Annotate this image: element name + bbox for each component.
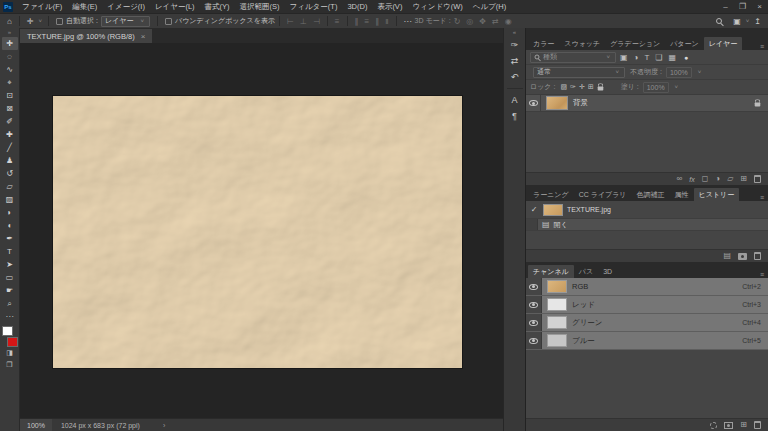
history-snapshot-row[interactable]: ✓ TEXTURE.jpg [526,201,768,218]
filter-type-layers-icon[interactable]: T [642,53,651,62]
blend-mode-dropdown[interactable]: 通常 ˅ [533,67,625,78]
spot-healing-brush-tool[interactable]: ✚ [2,128,18,141]
align-right-icon[interactable]: ⊣ [310,17,323,26]
search-icon[interactable] [716,18,722,24]
tab-gradients[interactable]: グラデーション [605,37,665,50]
auto-select-checkbox[interactable] [56,18,63,25]
new-document-from-state-icon[interactable]: ▤ [723,252,731,260]
menu-image[interactable]: イメージ(I) [102,2,150,12]
distribute-horizontal-icon[interactable]: ‖ [382,17,391,26]
object-selection-tool[interactable]: ⌖ [2,76,18,89]
status-options-chevron-icon[interactable]: › [149,422,165,429]
menu-3d[interactable]: 3D(D) [342,2,372,11]
chevron-down-icon[interactable]: ˅ [673,84,681,90]
brush-tool[interactable]: ╱ [2,141,18,154]
path-selection-tool[interactable]: ➤ [2,258,18,271]
distribute-bottom-icon[interactable]: ∥ [372,17,382,26]
history-brush-source-icon[interactable]: ✓ [529,205,539,214]
marquee-tool[interactable]: ◌ [2,50,18,63]
align-edges-icon[interactable]: ≡ [332,17,343,26]
rectangle-tool[interactable]: ▭ [2,271,18,284]
tab-learning[interactable]: ラーニング [528,188,574,201]
tab-paths[interactable]: パス [574,265,598,278]
type-tool[interactable]: T [2,245,18,258]
background-color-swatch[interactable] [7,337,18,347]
history-brush-well[interactable] [526,219,538,230]
tab-color[interactable]: カラー [528,37,559,50]
lock-all-icon[interactable] [597,87,603,91]
filter-smart-objects-icon[interactable]: ▦ [666,53,678,62]
channel-visibility-cell[interactable] [526,278,542,295]
lock-transparency-icon[interactable]: ▨ [560,83,567,91]
dodge-tool[interactable]: ◖ [2,219,18,232]
lock-artboard-icon[interactable]: ⊞ [588,83,594,91]
align-left-icon[interactable]: ⊢ [284,17,297,26]
filter-toggle-icon[interactable]: ● [684,54,688,61]
panel-menu-icon[interactable]: ≡ [760,194,764,201]
chevron-down-icon[interactable]: ˅ [744,18,752,24]
layer-row-background[interactable]: 背景 [526,95,768,112]
foreground-color-swatch[interactable] [2,326,13,336]
filter-adjustment-layers-icon[interactable]: ◑ [632,53,641,62]
3d-roll-icon[interactable]: ◎ [463,17,476,26]
layer-style-icon[interactable]: fx [689,176,694,183]
filter-pixel-layers-icon[interactable]: ▣ [618,53,630,62]
zoom-level[interactable]: 100% [20,419,52,431]
new-adjustment-layer-icon[interactable]: ◑ [715,175,720,183]
3d-camera-icon[interactable]: ◉ [502,17,515,26]
chevron-down-icon[interactable]: ˅ [696,69,704,75]
panel-menu-icon[interactable]: ≡ [760,271,764,278]
3d-slide-icon[interactable]: ⇄ [489,17,502,26]
menu-edit[interactable]: 編集(E) [67,2,102,12]
brush-settings-icon[interactable]: ✑ [506,37,524,53]
pen-tool[interactable]: ✒ [2,232,18,245]
menu-view[interactable]: 表示(V) [372,2,407,12]
tab-properties[interactable]: 属性 [670,188,694,201]
show-transform-controls-checkbox[interactable] [165,18,172,25]
delete-state-icon[interactable] [754,252,761,260]
panel-menu-icon[interactable]: ≡ [760,43,764,50]
menu-window[interactable]: ウィンドウ(W) [407,2,467,12]
snapshot-icon[interactable]: ↶ [506,69,524,85]
more-options-icon[interactable]: ⋯ [401,17,415,26]
history-state-row[interactable]: ▤ 開く [526,218,768,231]
lock-paint-icon[interactable]: ✑ [570,83,576,91]
tab-3d[interactable]: 3D [598,265,617,278]
channel-visibility-cell[interactable] [526,332,542,349]
menu-filter[interactable]: フィルター(T) [285,2,343,12]
channel-row-red[interactable]: レッド Ctrl+3 [526,296,768,314]
move-tool[interactable]: ✛ [2,37,18,50]
background-lock-icon[interactable] [755,103,761,107]
workspace-switcher-icon[interactable]: ▣ [730,17,744,26]
restore-button[interactable]: ❐ [734,2,751,11]
eraser-tool[interactable]: ▱ [2,180,18,193]
clone-stamp-tool[interactable]: ♟ [2,154,18,167]
delete-channel-icon[interactable] [754,421,761,429]
tab-cc-libraries[interactable]: CC ライブラリ [574,188,632,201]
add-layer-mask-icon[interactable]: ◻ [702,175,709,183]
lock-position-icon[interactable]: ✛ [579,83,585,91]
frame-tool[interactable]: ⊠ [2,102,18,115]
new-group-icon[interactable]: ▱ [727,175,733,183]
tab-layers[interactable]: レイヤー [704,37,743,50]
distribute-top-icon[interactable]: ∥ [352,17,362,26]
distribute-center-icon[interactable]: ≡ [362,17,373,26]
tool-presets-icon[interactable]: ⇄ [506,53,524,69]
new-channel-icon[interactable]: ⊞ [740,421,747,429]
auto-select-target-dropdown[interactable]: レイヤー˅ [101,16,150,27]
link-layers-icon[interactable]: ∞ [677,175,683,183]
edit-toolbar-icon[interactable]: ⋯ [2,310,18,323]
layer-thumbnail[interactable] [546,96,568,110]
tab-patterns[interactable]: パターン [665,37,704,50]
channel-row-green[interactable]: グリーン Ctrl+4 [526,314,768,332]
channel-row-blue[interactable]: ブルー Ctrl+5 [526,332,768,350]
character-panel-icon[interactable]: A [506,92,524,108]
toolbar-collapse-icon[interactable]: » [8,28,11,37]
channel-visibility-cell[interactable] [526,314,542,331]
tab-channels[interactable]: チャンネル [528,265,574,278]
layer-filter-dropdown[interactable]: 種類 ˅ [530,52,616,63]
tab-history[interactable]: ヒストリー [694,188,740,201]
paragraph-panel-icon[interactable]: ¶ [506,108,524,124]
canvas-pasteboard[interactable] [20,43,503,418]
hand-tool[interactable]: ☛ [2,284,18,297]
